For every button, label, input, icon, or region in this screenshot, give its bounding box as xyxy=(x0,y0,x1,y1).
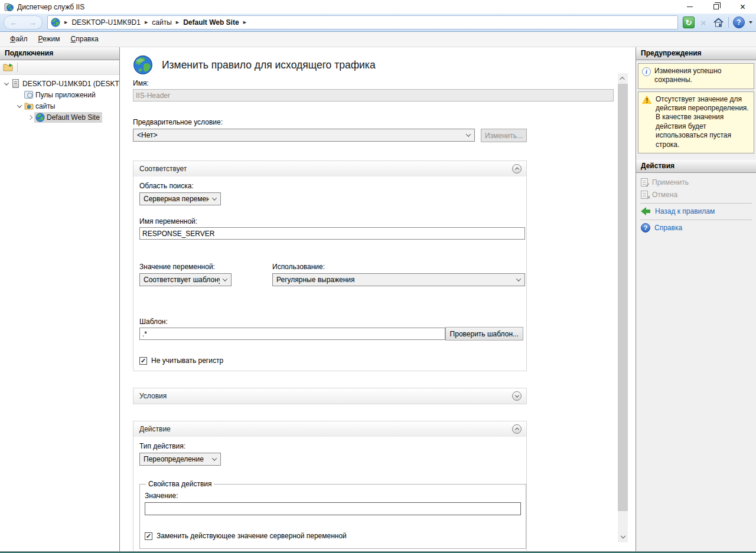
scope-select[interactable]: Серверная переменная xyxy=(139,192,221,205)
replace-value-label: Заменить действующее значение серверной … xyxy=(157,532,347,540)
apply-label: Применить xyxy=(652,178,689,186)
tree-item-label: Пулы приложений xyxy=(34,90,97,100)
refresh-icon: ↻ xyxy=(686,18,692,27)
tree-item-label: Default Web Site xyxy=(47,113,100,122)
back-button[interactable]: ← xyxy=(10,19,18,27)
usage-label: Использование: xyxy=(272,263,525,271)
toolbar-separator xyxy=(728,17,729,28)
match-section-title: Соответствует xyxy=(139,165,187,173)
chevron-down-icon xyxy=(620,533,625,538)
tree-item-sites[interactable]: сайты xyxy=(0,100,119,112)
tree-item-application-pools[interactable]: Пулы приложений xyxy=(0,89,119,100)
variable-value-select[interactable]: Соответствует шаблону xyxy=(139,273,232,286)
value-input[interactable] xyxy=(145,502,521,515)
conditions-section-header[interactable]: Условия xyxy=(133,388,526,404)
scope-value: Серверная переменная xyxy=(144,195,209,203)
pattern-input[interactable]: .* xyxy=(139,328,445,340)
help-dropdown-icon[interactable] xyxy=(749,21,752,24)
help-icon: ? xyxy=(641,223,650,233)
actions-separator xyxy=(640,220,752,220)
actions-list: ✓ Применить × Отмена Назад к правилам ? … xyxy=(636,173,756,237)
cancel-icon: × xyxy=(641,191,648,199)
breadcrumb[interactable]: ▶ DESKTOP-U1MK9D1 ▶ сайты ▶ Default Web … xyxy=(47,15,678,30)
scrollbar-thumb[interactable] xyxy=(618,84,628,511)
action-section-header[interactable]: Действие xyxy=(133,421,526,437)
save-connections-icon[interactable] xyxy=(3,63,13,71)
tree-item-label: DESKTOP-U1MK9D1 (DESKTOP xyxy=(21,79,120,89)
help-link[interactable]: ? Справка xyxy=(636,222,756,234)
alerts-header: Предупреждения xyxy=(636,47,756,60)
app-icon xyxy=(4,2,14,12)
pattern-label: Шаблон: xyxy=(139,318,523,326)
precondition-select[interactable]: <Нет> xyxy=(133,129,475,142)
breadcrumb-item-default-web-site[interactable]: Default Web Site xyxy=(183,18,239,27)
sites-folder-icon xyxy=(24,102,34,110)
restore-icon xyxy=(713,4,719,9)
scroll-down-button[interactable] xyxy=(618,532,628,542)
scroll-up-button[interactable] xyxy=(618,73,628,83)
minimize-button[interactable] xyxy=(676,0,703,14)
page-header: Изменить правило для исходящего трафика xyxy=(133,54,636,76)
conditions-section: Условия xyxy=(133,388,527,404)
tree-item-server[interactable]: DESKTOP-U1MK9D1 (DESKTOP xyxy=(0,78,119,89)
cancel-action[interactable]: × Отмена xyxy=(636,189,756,201)
connections-toolbar xyxy=(0,60,119,75)
stop-button[interactable]: × xyxy=(698,17,709,28)
action-type-select[interactable]: Переопределение xyxy=(139,453,221,466)
menu-view[interactable]: Режим xyxy=(33,32,66,47)
alert-text: Изменения успешно сохранены. xyxy=(654,67,751,85)
connections-header: Подключения xyxy=(0,47,119,60)
collapse-section-icon[interactable] xyxy=(512,164,522,174)
match-section-header[interactable]: Соответствует xyxy=(133,161,526,176)
close-button[interactable]: × xyxy=(729,0,756,14)
back-arrow-icon xyxy=(641,207,651,215)
collapse-icon[interactable] xyxy=(2,82,11,86)
collapse-section-icon[interactable] xyxy=(512,424,522,434)
application-pools-icon xyxy=(24,91,34,99)
main-content: Изменить правило для исходящего трафика … xyxy=(120,47,636,551)
expand-section-icon[interactable] xyxy=(512,391,522,401)
variable-name-input[interactable]: RESPONSE_SERVER xyxy=(139,227,525,240)
vertical-scrollbar[interactable] xyxy=(618,73,628,542)
usage-select[interactable]: Регулярные выражения xyxy=(272,273,525,286)
back-to-rules-link[interactable]: Назад к правилам xyxy=(636,205,756,218)
restore-button[interactable] xyxy=(703,0,729,14)
forward-button[interactable]: → xyxy=(29,19,37,27)
breadcrumb-item-sites[interactable]: сайты xyxy=(152,18,172,27)
expand-icon[interactable] xyxy=(26,116,34,119)
chevron-down-icon xyxy=(516,276,521,281)
replace-value-checkbox[interactable]: ✓ xyxy=(145,532,152,540)
menubar: Файл Режим Справка xyxy=(0,32,756,47)
menu-file[interactable]: Файл xyxy=(5,32,33,47)
apply-action[interactable]: ✓ Применить xyxy=(636,176,756,189)
warning-icon: ! xyxy=(642,96,652,104)
test-pattern-button[interactable]: Проверить шаблон... xyxy=(445,327,523,341)
breadcrumb-item-server[interactable]: DESKTOP-U1MK9D1 xyxy=(71,18,140,27)
feature-globe-icon xyxy=(133,55,153,75)
cancel-label: Отмена xyxy=(652,191,677,199)
help-icon: ? xyxy=(737,18,741,27)
actions-separator xyxy=(640,203,752,204)
globe-icon xyxy=(51,18,60,27)
home-button[interactable] xyxy=(712,17,724,28)
help-label: Справка xyxy=(654,224,682,232)
tree-item-default-web-site[interactable]: Default Web Site xyxy=(0,112,119,123)
selected-tree-item[interactable]: Default Web Site xyxy=(34,112,102,123)
titlebar: Диспетчер служб IIS × xyxy=(0,0,756,14)
help-button[interactable]: ? xyxy=(733,17,745,28)
chevron-down-icon xyxy=(212,195,217,200)
menu-help[interactable]: Справка xyxy=(66,32,104,47)
server-icon xyxy=(11,79,21,88)
refresh-button[interactable]: ↻ xyxy=(683,17,695,28)
action-type-label: Тип действия: xyxy=(139,442,523,450)
nav-buttons: ← → xyxy=(4,15,43,30)
name-input[interactable]: IIS-Header xyxy=(133,89,614,102)
address-bar: ← → ▶ DESKTOP-U1MK9D1 ▶ сайты ▶ Default … xyxy=(0,14,756,32)
collapse-icon[interactable] xyxy=(15,104,24,108)
minimize-icon xyxy=(687,6,693,7)
edit-precondition-button[interactable]: Изменить... xyxy=(481,129,527,142)
connections-panel: Подключения DESKTOP-U1MK9D1 (DESKTOP Пул… xyxy=(0,47,120,551)
usage-value: Регулярные выражения xyxy=(276,276,355,284)
ignore-case-label: Не учитывать регистр xyxy=(151,356,223,365)
ignore-case-checkbox[interactable]: ✓ xyxy=(139,357,147,365)
